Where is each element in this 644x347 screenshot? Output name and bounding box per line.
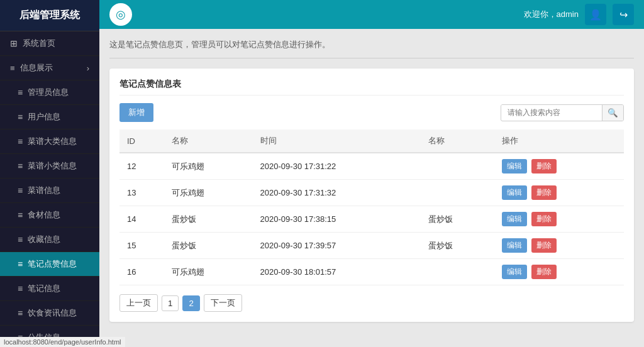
- collect-icon: ≡: [18, 234, 23, 245]
- table-header-row: ID 名称 时间 名称 操作: [119, 129, 624, 153]
- delete-button[interactable]: 删除: [531, 212, 557, 226]
- sidebar-item-info-display[interactable]: ≡ 信息展示 ›: [0, 56, 99, 80]
- sidebar-item-collect-label: 收藏信息: [28, 234, 60, 245]
- delete-button[interactable]: 删除: [531, 185, 557, 200]
- card-title: 笔记点赞信息表: [119, 79, 624, 96]
- user-icon: 👤: [589, 9, 602, 21]
- col-actions: 操作: [494, 129, 624, 153]
- sidebar-item-note-like-label: 笔记点赞信息: [28, 258, 77, 270]
- prev-page-button[interactable]: 上一页: [119, 294, 158, 312]
- dish-sub-icon: ≡: [18, 161, 23, 171]
- cell-actions: 编辑 删除: [494, 259, 624, 285]
- diet-news-icon: ≡: [18, 308, 23, 318]
- dish-info-icon: ≡: [18, 185, 23, 196]
- chevron-icon: ›: [87, 63, 89, 73]
- user-info-icon: ≡: [18, 112, 23, 122]
- logout-button[interactable]: ↪: [613, 4, 634, 25]
- cell-actions: 编辑 删除: [494, 180, 624, 206]
- edit-button[interactable]: 编辑: [502, 238, 527, 253]
- page-1-button[interactable]: 1: [162, 295, 179, 311]
- col-time: 时间: [253, 129, 421, 153]
- cell-actions: 编辑 删除: [494, 233, 624, 259]
- cell-name2: [421, 153, 494, 180]
- cell-name1: 蛋炒饭: [164, 206, 253, 233]
- header-left: ◎: [109, 3, 132, 26]
- sidebar-item-diet-news[interactable]: ≡ 饮食资讯信息: [0, 301, 99, 326]
- cell-time: 2020-09-30 18:01:57: [253, 259, 421, 285]
- table-row: 15 蛋炒饭 2020-09-30 17:39:57 蛋炒饭 编辑 删除: [119, 233, 624, 259]
- cell-name1: 可乐鸡翅: [164, 153, 253, 180]
- sidebar-item-ingredient[interactable]: ≡ 食材信息: [0, 203, 99, 228]
- search-button[interactable]: 🔍: [602, 105, 623, 121]
- cell-time: 2020-09-30 17:39:57: [253, 233, 421, 259]
- cell-time: 2020-09-30 17:31:32: [253, 180, 421, 206]
- sidebar-item-admin-info[interactable]: ≡ 管理员信息: [0, 80, 99, 105]
- sidebar-item-dish-category-label: 菜谱大类信息: [28, 136, 77, 147]
- table-row: 14 蛋炒饭 2020-09-30 17:38:15 蛋炒饭 编辑 删除: [119, 206, 624, 233]
- sidebar-item-dish-info[interactable]: ≡ 菜谱信息: [0, 179, 99, 203]
- pagination: 上一页 1 2 下一页: [119, 294, 624, 312]
- cell-name2: [421, 259, 494, 285]
- edit-button[interactable]: 编辑: [502, 159, 527, 174]
- cell-name1: 可乐鸡翅: [164, 180, 253, 206]
- next-page-button[interactable]: 下一页: [204, 294, 242, 312]
- note-like-icon: ≡: [18, 259, 23, 269]
- edit-button[interactable]: 编辑: [502, 265, 527, 279]
- sidebar: 后端管理系统 ⊞ 系统首页 ≡ 信息展示 › ≡ 管理员信息 ≡ 用户信息 ≡ …: [0, 0, 99, 347]
- sidebar-item-admin-info-label: 管理员信息: [28, 87, 69, 98]
- search-input[interactable]: [501, 105, 602, 120]
- camera-icon: ◎: [116, 8, 126, 21]
- cell-id: 12: [119, 153, 164, 180]
- sidebar-item-home-label: 系统首页: [23, 38, 55, 49]
- delete-button[interactable]: 删除: [531, 159, 557, 174]
- delete-button[interactable]: 删除: [531, 265, 557, 279]
- header-logo: ◎: [109, 3, 132, 26]
- sidebar-item-ingredient-label: 食材信息: [28, 209, 60, 221]
- sidebar-title: 后端管理系统: [0, 0, 99, 31]
- cell-name1: 蛋炒饭: [164, 233, 253, 259]
- home-icon: ⊞: [10, 38, 18, 48]
- col-id: ID: [119, 129, 164, 153]
- note-info-icon: ≡: [18, 284, 23, 294]
- toolbar: 新增 🔍: [119, 103, 624, 122]
- edit-button[interactable]: 编辑: [502, 212, 527, 226]
- sidebar-item-note-info-label: 笔记信息: [28, 283, 60, 294]
- sidebar-item-dish-sub-label: 菜谱小类信息: [28, 160, 77, 172]
- cell-id: 14: [119, 206, 164, 233]
- sidebar-item-dish-category[interactable]: ≡ 菜谱大类信息: [0, 129, 99, 154]
- table-row: 16 可乐鸡翅 2020-09-30 18:01:57 编辑 删除: [119, 259, 624, 285]
- search-box: 🔍: [501, 104, 624, 121]
- delete-button[interactable]: 删除: [531, 238, 557, 253]
- cell-actions: 编辑 删除: [494, 206, 624, 233]
- content-area: 这是笔记点赞信息页，管理员可以对笔记点赞信息进行操作。 笔记点赞信息表 新增 🔍…: [99, 29, 644, 347]
- user-profile-button[interactable]: 👤: [585, 4, 606, 25]
- main-area: ◎ 欢迎你，admin 👤 ↪ 这是笔记点赞信息页，管理员可以对笔记点赞信息进行…: [99, 0, 644, 347]
- cell-time: 2020-09-30 17:38:15: [253, 206, 421, 233]
- cell-actions: 编辑 删除: [494, 153, 624, 180]
- add-button[interactable]: 新增: [119, 103, 153, 122]
- sidebar-item-home[interactable]: ⊞ 系统首页: [0, 31, 99, 56]
- header: ◎ 欢迎你，admin 👤 ↪: [99, 0, 644, 29]
- cell-time: 2020-09-30 17:31:22: [253, 153, 421, 180]
- cell-name2: [421, 180, 494, 206]
- sidebar-item-note-like[interactable]: ≡ 笔记点赞信息: [0, 252, 99, 277]
- sidebar-item-user-info-label: 用户信息: [28, 111, 60, 123]
- cell-id: 16: [119, 259, 164, 285]
- dish-cat-icon: ≡: [18, 136, 23, 146]
- cell-name2: 蛋炒饭: [421, 206, 494, 233]
- sidebar-item-note-info[interactable]: ≡ 笔记信息: [0, 277, 99, 301]
- header-right: 欢迎你，admin 👤 ↪: [524, 4, 634, 25]
- cell-name2: 蛋炒饭: [421, 233, 494, 259]
- sidebar-item-dish-sub[interactable]: ≡ 菜谱小类信息: [0, 154, 99, 179]
- sidebar-item-dish-info-label: 菜谱信息: [28, 185, 60, 196]
- edit-button[interactable]: 编辑: [502, 185, 527, 200]
- page-2-button[interactable]: 2: [182, 295, 199, 311]
- sidebar-item-collect[interactable]: ≡ 收藏信息: [0, 228, 99, 252]
- data-card: 笔记点赞信息表 新增 🔍 ID 名称 时间 名称 操作: [109, 69, 634, 322]
- cell-id: 13: [119, 180, 164, 206]
- table-row: 12 可乐鸡翅 2020-09-30 17:31:22 编辑 删除: [119, 153, 624, 180]
- sidebar-item-user-info[interactable]: ≡ 用户信息: [0, 105, 99, 129]
- sidebar-item-info-display-label: 信息展示: [20, 62, 53, 74]
- cell-name1: 可乐鸡翅: [164, 259, 253, 285]
- data-table: ID 名称 时间 名称 操作 12 可乐鸡翅 2020-09-30 17:31:…: [119, 129, 624, 285]
